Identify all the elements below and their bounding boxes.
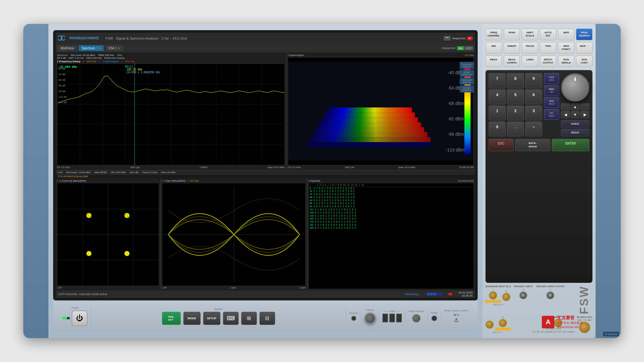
func-row-3: MEAS MEASCONFIG LINES INPUT/OUTPUT RUNSI… <box>486 56 592 67</box>
usb-section: ─── USB ─── <box>379 310 405 322</box>
hz-btn[interactable]: HzdBμA <box>544 109 559 120</box>
svg-text:-96 dB: -96 dB <box>58 84 65 87</box>
trig-btn[interactable]: TRIG <box>540 42 556 54</box>
esc-btn[interactable]: ESC <box>489 139 514 151</box>
tab-spectrum[interactable]: Spectrum ! ✕ <box>79 45 104 51</box>
svg-rect-25 <box>310 137 430 142</box>
sweep-btn[interactable]: SWEEP <box>504 42 520 54</box>
mkr-arrow-btn[interactable]: MKR → <box>576 42 592 54</box>
display2-button[interactable]: ⊟ <box>259 312 275 325</box>
redo-btn[interactable]: REDO <box>561 129 589 136</box>
tab-vsa-close[interactable]: ✕ <box>118 47 120 50</box>
backward-btn[interactable]: backwardplayback <box>460 78 474 85</box>
watermark-website: www.hncsw.net <box>557 325 583 329</box>
function-button-rows: FREQCHANNEL SPAN AMPTSCALE AUTOSET MKR P… <box>486 29 592 67</box>
key-9[interactable]: 9 <box>525 73 542 88</box>
forward-btn[interactable]: forwardplayback <box>460 85 474 92</box>
freq-display-value: -32.000 dBm <box>58 65 77 69</box>
seq-off-btn[interactable]: OFF <box>464 46 473 50</box>
single-sequence-btn[interactable]: SingleSequence <box>460 70 474 77</box>
baseband-q-group: I Q <box>486 316 510 333</box>
key-0[interactable]: 0 <box>489 122 506 136</box>
ghz-btn[interactable]: GHzdBm <box>544 73 559 84</box>
key-8[interactable]: 8 <box>507 73 524 88</box>
right-instrument-panel: FREQCHANNEL SPAN AMPTSCALE AUTOSET MKR P… <box>482 24 596 338</box>
trace-btn[interactable]: TRACE <box>522 42 538 54</box>
key-5[interactable]: 5 <box>507 90 524 104</box>
eye-diagram-plot <box>162 183 306 286</box>
constellation-panel: ▪ 1 Const I/Q (Meas&Ref) <box>56 178 161 291</box>
keyboard-button[interactable]: ⌨ <box>223 312 239 325</box>
left-ear <box>23 24 48 338</box>
status-marker <box>448 293 452 295</box>
key-6[interactable]: 6 <box>525 90 542 104</box>
key-2[interactable]: 2 <box>507 106 524 120</box>
spectrogram-3d-plot: -40 dBm -54 dBm -68 dBm -82 dBm -96 dBm … <box>288 57 474 165</box>
meas-config-btn[interactable]: MEASCONFIG <box>504 56 520 67</box>
mode-button[interactable]: MODE <box>183 312 201 325</box>
mhz-btn[interactable]: MHzdB <box>544 85 559 96</box>
lines-btn[interactable]: LINES <box>522 56 538 67</box>
display1-button[interactable]: ⊞ <box>241 312 257 325</box>
tab-vsa[interactable]: VSA ! ✕ <box>105 45 123 51</box>
arrow-left[interactable]: ◀ <box>561 111 570 118</box>
watermark-text-area: 艾克赛普 数字学生·测控集团 www.hncsw.net <box>557 315 583 329</box>
preset-button[interactable]: PRE-SET <box>162 312 181 325</box>
spectrum-panel: Spectrum Ref Level -52.00 dBm RBW 200 kH… <box>56 52 286 170</box>
const-footer: 1.54 <box>57 286 159 289</box>
svg-rect-26 <box>313 132 427 137</box>
toolbar-btn-camera[interactable]: 📷 <box>444 36 451 41</box>
trigger1-group: TRIGGER 1 INPUT 0 <box>514 285 533 299</box>
key-4[interactable]: 4 <box>489 90 506 104</box>
mkr-btn[interactable]: MKR <box>558 29 575 40</box>
svg-point-49 <box>86 251 92 256</box>
run-cont-btn[interactable]: RUNCONT <box>576 56 592 67</box>
sg1-label: SG1 <box>117 54 122 57</box>
probe-port <box>431 315 437 321</box>
setup-button[interactable]: SETUP <box>203 312 220 325</box>
input-output-btn[interactable]: INPUT/OUTPUT <box>540 56 556 67</box>
arrow-right[interactable]: ▶ <box>580 111 589 118</box>
key-3[interactable]: 3 <box>525 106 542 120</box>
ampt-scale-btn[interactable]: AMPTSCALE <box>522 29 538 40</box>
sweep-label-row: 1 Frequency Sweep ▪1Pk Clrw ▪2 Spectrogr… <box>57 60 285 63</box>
key-dot[interactable]: . <box>507 122 524 136</box>
key-minus[interactable]: − <box>525 122 542 136</box>
arrow-up[interactable]: ▲ <box>571 103 580 110</box>
bw-btn[interactable]: BW <box>486 42 502 54</box>
sequencer-close[interactable]: ✕ <box>467 36 473 40</box>
mkr-funct-btn[interactable]: MKRFUNCT <box>558 42 575 54</box>
power-button[interactable]: ⏻ <box>72 310 87 326</box>
tab-spectrum-close[interactable]: ✕ <box>98 47 101 50</box>
main-knob[interactable] <box>561 73 589 101</box>
key-1[interactable]: 1 <box>489 106 506 120</box>
trigger2-group: TRIGGER 2 INPUT OUTPUT 0 <box>536 285 565 299</box>
seq-on-btn[interactable]: On <box>457 46 464 50</box>
backspace-btn[interactable]: BACK-SPACE <box>515 139 550 151</box>
key-7[interactable]: 7 <box>489 73 506 88</box>
symbol-panel: 3 Symbols (Hexadecimal) + 1234+ 56789101… <box>307 178 475 291</box>
undo-btn[interactable]: UNDO <box>561 120 589 128</box>
watermark-logo-icon: A <box>542 316 554 328</box>
baseband-q-port <box>502 293 510 301</box>
svg-point-51 <box>127 215 130 218</box>
baseband-group: BASEBAND INPUT 50 Ω I <box>486 285 511 306</box>
baseband-q-2-port <box>499 319 507 327</box>
span-btn[interactable]: SPAN <box>504 29 520 40</box>
khz-btn[interactable]: kHzdBμV <box>544 97 559 108</box>
enter-btn[interactable]: ENTER <box>552 139 589 151</box>
brand-logo <box>58 35 65 41</box>
auto-set-btn[interactable]: AUTOSET <box>540 29 556 40</box>
eye-label-row: ▪ 2 Eye I(Meas&Ref) ▪ 1M Clrw <box>162 179 306 182</box>
run-single-btn[interactable]: RUNSINGLE <box>558 56 575 67</box>
volume-knob[interactable] <box>364 313 376 324</box>
freq-channel-btn[interactable]: FREQCHANNEL <box>486 29 502 40</box>
arrow-down[interactable]: ▼ <box>571 111 580 118</box>
meas-btn[interactable]: MEAS <box>486 56 502 67</box>
power-led-off <box>67 317 70 319</box>
peak-search-btn[interactable]: PEAKSEARCH <box>576 29 592 40</box>
svg-point-52 <box>86 213 89 215</box>
continuous-playback-btn[interactable]: ContinuousPlayback <box>460 62 474 69</box>
tab-multiview[interactable]: MultiView <box>58 46 77 51</box>
arrow-buttons: ▲ ◀ ▼ ▶ <box>561 103 589 118</box>
